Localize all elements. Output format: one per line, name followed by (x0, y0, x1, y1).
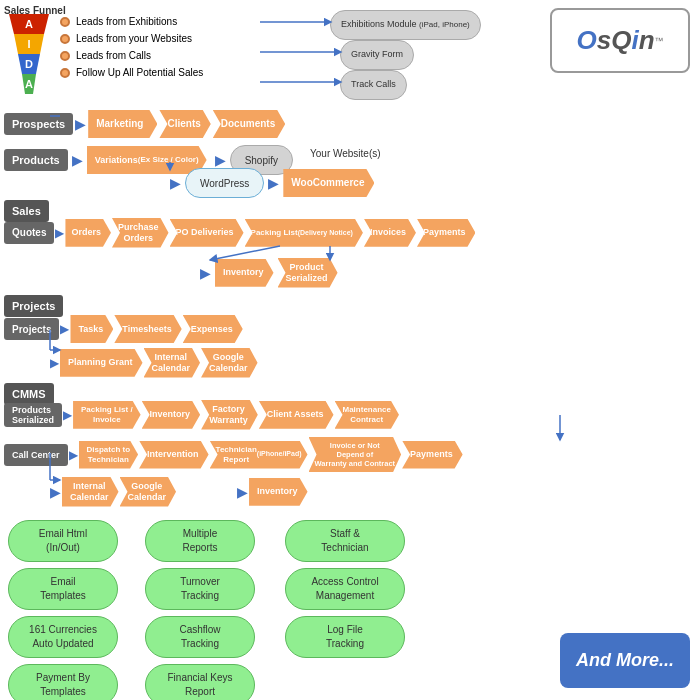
cmms-inventory-arrow: Inventory (142, 401, 201, 429)
exhibitions-module-pill: Exhibitions Module (iPad, iPhone) (330, 10, 481, 40)
products-label: Products (4, 149, 68, 171)
po-deliveries-arrow: PO Deliveries (170, 219, 244, 247)
call-center-label: Call Center (4, 444, 68, 466)
product-serialized-arrow: ProductSerialized (278, 258, 338, 288)
funnel-item-2: Leads from your Websites (76, 33, 192, 44)
financial-keys-pill: Financial KeysReport (145, 664, 255, 700)
client-assets-arrow: Client Assets (259, 401, 334, 429)
expenses-arrow: Expenses (183, 315, 243, 343)
gravity-form: Gravity Form (340, 40, 414, 70)
internal-calendar-arrow: InternalCalendar (144, 348, 201, 378)
projects-row2: ▶ Planning Grant InternalCalendar Google… (50, 348, 258, 378)
your-website: Your Website(s) (310, 148, 381, 159)
turnover-tracking-pill: TurnoverTracking (145, 568, 255, 610)
funnel-rows: Leads from Exhibitions Leads from your W… (60, 16, 203, 82)
bottom-left: Email Html(In/Out) EmailTemplates 161 Cu… (8, 520, 118, 700)
maintenance-contract-arrow: MaintenanceContract (335, 401, 399, 429)
prospects-row: Prospects ▶ Marketing Clients Documents (4, 110, 285, 138)
planning-grant-arrow: Planning Grant (60, 349, 143, 377)
log-file-pill: Log FileTracking (285, 616, 405, 658)
inventory-row: ▶ Inventory ProductSerialized (200, 258, 338, 288)
quotes-row: Quotes ▶ Orders PurchaseOrders PO Delive… (4, 218, 475, 248)
quotes-label: Quotes (4, 222, 54, 244)
cmms-products-row: ProductsSerialized ▶ Packing List /Invoi… (4, 400, 399, 430)
packing-list-arrow: Packing List(Delivery Notice) (245, 219, 363, 247)
orders-arrow: Orders (65, 219, 111, 247)
call-center-row: Call Center ▶ Dispatch toTechnician Inte… (4, 437, 463, 472)
logo-tm: ™ (655, 36, 664, 46)
wordpress-pill: WordPress (185, 168, 264, 198)
payments-arrow: Payments (417, 219, 476, 247)
svg-text:D: D (25, 58, 33, 70)
factory-warranty-arrow: FactoryWarranty (201, 400, 258, 430)
cc-google-calendar-arrow: GoogleCalendar (120, 477, 177, 507)
staff-technician-pill: Staff &Technician (285, 520, 405, 562)
documents-arrow: Documents (213, 110, 285, 138)
currencies-pill: 161 CurrenciesAuto Updated (8, 616, 118, 658)
exhibitions-module: Exhibitions Module (iPad, iPhone) (330, 10, 481, 40)
and-more-button[interactable]: And More... (560, 633, 690, 688)
funnel-visual: A I D A (4, 14, 54, 96)
track-calls-pill: Track Calls (340, 70, 407, 100)
tasks-arrow: Tasks (70, 315, 113, 343)
cc-inventory-arrow: Inventory (249, 478, 308, 506)
cashflow-tracking-pill: CashflowTracking (145, 616, 255, 658)
clients-arrow: Clients (159, 110, 210, 138)
payment-templates-pill: Payment ByTemplates (8, 664, 118, 700)
dispatch-arrow: Dispatch toTechnician (79, 441, 139, 469)
timesheets-arrow: Timesheets (114, 315, 181, 343)
projects-label: Projects (4, 295, 63, 317)
email-html-pill: Email Html(In/Out) (8, 520, 118, 562)
invoice-warrant-arrow: Invoice or NotDepend ofWarranty and Cont… (309, 437, 402, 472)
logo: OsQin ™ (550, 8, 690, 73)
products-serialized-label: ProductsSerialized (4, 403, 62, 427)
bottom-right-pills: Staff &Technician Access ControlManageme… (285, 520, 405, 658)
funnel-item-1: Leads from Exhibitions (76, 16, 177, 27)
google-calendar-arrow: GoogleCalendar (201, 348, 258, 378)
funnel-item-3: Leads from Calls (76, 50, 151, 61)
multiple-reports-pill: MultipleReports (145, 520, 255, 562)
intervention-arrow: Intervention (139, 441, 209, 469)
gravity-form-pill: Gravity Form (340, 40, 414, 70)
tech-report-arrow: TechnicianReport(iPhone/iPad) (210, 441, 308, 469)
purchase-orders-arrow: PurchaseOrders (112, 218, 169, 248)
access-control-pill: Access ControlManagement (285, 568, 405, 610)
prospects-label: Prospects (4, 113, 73, 135)
call-center-row2: ▶ InternalCalendar GoogleCalendar ▶ Inve… (50, 477, 308, 507)
invoices-arrow: Invoices (364, 219, 416, 247)
email-templates-pill: EmailTemplates (8, 568, 118, 610)
projects-section: Projects (4, 295, 63, 317)
svg-text:A: A (25, 78, 33, 90)
funnel-item-4: Follow Up All Potential Sales (76, 67, 203, 78)
woocommerce-arrow: WooCommerce (283, 169, 374, 197)
projects-row: Projects ▶ Tasks Timesheets Expenses (4, 315, 243, 343)
bottom-middle: MultipleReports TurnoverTracking Cashflo… (145, 520, 255, 700)
svg-text:I: I (27, 38, 30, 50)
cc-payments-arrow: Payments (402, 441, 463, 469)
marketing-arrow: Marketing (88, 110, 157, 138)
track-calls: Track Calls (340, 70, 407, 100)
wordpress-row: ▶ WordPress ▶ WooCommerce (170, 168, 374, 198)
packing-list-invoice-arrow: Packing List /Invoice (73, 401, 141, 429)
projects-item-label: Projects (4, 318, 59, 340)
svg-text:A: A (25, 18, 33, 30)
cc-internal-calendar-arrow: InternalCalendar (62, 477, 119, 507)
inventory-arrow: Inventory (215, 259, 274, 287)
